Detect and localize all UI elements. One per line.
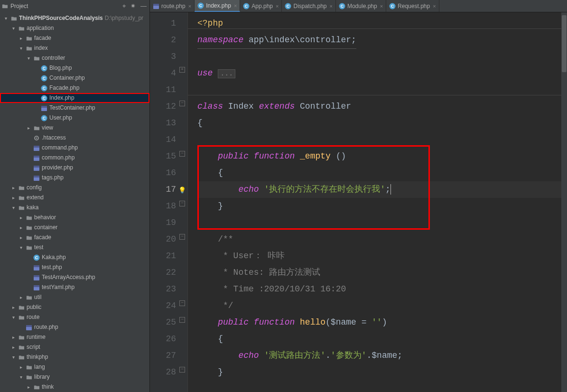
tree-expand-icon[interactable] <box>10 23 16 33</box>
tree-node[interactable]: extend <box>0 193 149 203</box>
tree-node[interactable]: .htaccess <box>0 133 149 143</box>
line-number[interactable]: 14 <box>150 131 187 148</box>
tree-node[interactable]: script <box>0 342 149 352</box>
tree-node[interactable]: testYaml.php <box>0 282 149 292</box>
fold-toggle-icon[interactable]: + <box>179 67 185 73</box>
tree-node[interactable]: controller <box>0 53 149 63</box>
folded-code-region[interactable]: ... <box>218 69 235 78</box>
tree-node[interactable]: TestArrayAccess.php <box>0 272 149 282</box>
tree-node[interactable]: library <box>0 372 149 382</box>
tree-expand-icon[interactable] <box>18 233 24 243</box>
tree-node[interactable]: Kaka.php <box>0 252 149 262</box>
locate-target-icon[interactable]: ⌖ <box>122 2 126 10</box>
scrollbar-thumb[interactable] <box>562 15 567 72</box>
editor-tab[interactable]: Request.php× <box>386 0 439 12</box>
editor-tab[interactable]: App.php× <box>240 0 282 12</box>
tree-node[interactable]: TestContainer.php <box>0 103 149 113</box>
tree-expand-icon[interactable] <box>18 223 24 233</box>
tree-expand-icon[interactable] <box>10 302 16 312</box>
tree-expand-icon[interactable] <box>26 53 31 63</box>
editor-tab[interactable]: Module.php× <box>336 0 386 12</box>
tree-expand-icon[interactable] <box>18 243 24 252</box>
tree-expand-icon[interactable] <box>3 13 9 23</box>
tree-node[interactable]: route.php <box>0 322 149 332</box>
tree-node[interactable]: tags.php <box>0 173 149 183</box>
editor-tab[interactable]: Dispatch.php× <box>282 0 335 12</box>
tree-node[interactable]: thinkphp <box>0 352 149 362</box>
settings-gear-icon[interactable]: ✷ <box>130 2 136 10</box>
tree-node[interactable]: util <box>0 292 149 302</box>
editor-tab[interactable]: route.php× <box>150 0 195 12</box>
tree-node[interactable]: test <box>0 243 149 252</box>
tree-expand-icon[interactable] <box>10 193 16 203</box>
fold-toggle-icon[interactable]: − <box>179 317 185 323</box>
close-tab-icon[interactable]: × <box>276 3 279 9</box>
tree-expand-icon[interactable] <box>18 43 24 53</box>
tree-node[interactable]: config <box>0 183 149 193</box>
tree-expand-icon[interactable] <box>18 362 24 372</box>
close-tab-icon[interactable]: × <box>380 3 383 9</box>
tree-node[interactable]: behavior <box>0 213 149 223</box>
fold-toggle-icon[interactable]: − <box>179 201 185 206</box>
line-number[interactable]: 26 <box>150 331 187 347</box>
tree-node[interactable]: public <box>0 302 149 312</box>
tree-expand-icon[interactable] <box>26 382 31 392</box>
line-number[interactable]: 19 <box>150 215 187 231</box>
tree-node[interactable]: think <box>0 382 149 392</box>
tree-node[interactable]: Facade.php <box>0 83 149 93</box>
editor-tab[interactable]: Index.php× <box>195 0 240 12</box>
close-tab-icon[interactable]: × <box>330 3 333 9</box>
tree-node[interactable]: facade <box>0 33 149 43</box>
close-tab-icon[interactable]: × <box>433 3 436 9</box>
tree-node[interactable]: Blog.php <box>0 63 149 73</box>
line-number[interactable]: 27 <box>150 347 187 364</box>
close-tab-icon[interactable]: × <box>188 3 191 9</box>
intention-bulb-icon[interactable]: 💡 <box>178 182 186 199</box>
line-number[interactable]: 3 <box>150 48 187 65</box>
tree-node[interactable]: common.php <box>0 153 149 163</box>
editor-scrollbar[interactable] <box>561 12 567 392</box>
tree-node[interactable]: view <box>0 123 149 133</box>
line-number[interactable]: 23 <box>150 281 187 298</box>
tree-node[interactable]: User.php <box>0 113 149 123</box>
tree-expand-icon[interactable] <box>18 292 24 302</box>
minimize-panel-icon[interactable]: — <box>140 2 147 10</box>
fold-toggle-icon[interactable]: − <box>179 367 185 373</box>
tree-expand-icon[interactable] <box>18 33 24 43</box>
fold-toggle-icon[interactable]: − <box>179 300 185 306</box>
fold-toggle-icon[interactable]: − <box>179 234 185 240</box>
line-number[interactable]: 13 <box>150 115 187 131</box>
tree-node[interactable]: index <box>0 43 149 53</box>
fold-toggle-icon[interactable]: − <box>179 151 185 157</box>
line-number[interactable]: 2 <box>150 32 187 48</box>
editor-code-area[interactable]: <?php namespace app\index\controller; us… <box>188 12 561 392</box>
line-number[interactable]: 22 <box>150 264 187 281</box>
tree-expand-icon[interactable] <box>10 312 16 322</box>
tree-node[interactable]: provider.php <box>0 163 149 173</box>
tree-node[interactable]: ThinkPHPSourceCodeAnalysis D:\phpstudy_p… <box>0 13 149 23</box>
tree-node[interactable]: Index.php <box>0 93 149 103</box>
tree-expand-icon[interactable] <box>10 342 16 352</box>
tree-node[interactable]: runtime <box>0 332 149 342</box>
close-tab-icon[interactable]: × <box>234 3 237 9</box>
tree-node[interactable]: kaka <box>0 203 149 213</box>
tree-node[interactable]: Container.php <box>0 73 149 83</box>
tree-expand-icon[interactable] <box>10 183 16 193</box>
line-number[interactable]: 21 <box>150 248 187 264</box>
code-editor[interactable]: 1234111213141516171819202122232425262728… <box>150 12 567 392</box>
tree-node[interactable]: test.php <box>0 262 149 272</box>
tree-node[interactable]: command.php <box>0 143 149 153</box>
line-number[interactable]: 16 <box>150 165 187 181</box>
fold-toggle-icon[interactable]: − <box>179 101 185 106</box>
tree-expand-icon[interactable] <box>10 352 16 362</box>
tree-node[interactable]: application <box>0 23 149 33</box>
tree-expand-icon[interactable] <box>10 203 16 213</box>
tree-expand-icon[interactable] <box>18 213 24 223</box>
tree-node[interactable]: container <box>0 223 149 233</box>
tree-node[interactable]: facade <box>0 233 149 243</box>
tree-expand-icon[interactable] <box>10 332 16 342</box>
tree-node[interactable]: route <box>0 312 149 322</box>
tree-node[interactable]: lang <box>0 362 149 372</box>
tree-expand-icon[interactable] <box>26 123 31 133</box>
line-number[interactable]: 11 <box>150 82 187 98</box>
